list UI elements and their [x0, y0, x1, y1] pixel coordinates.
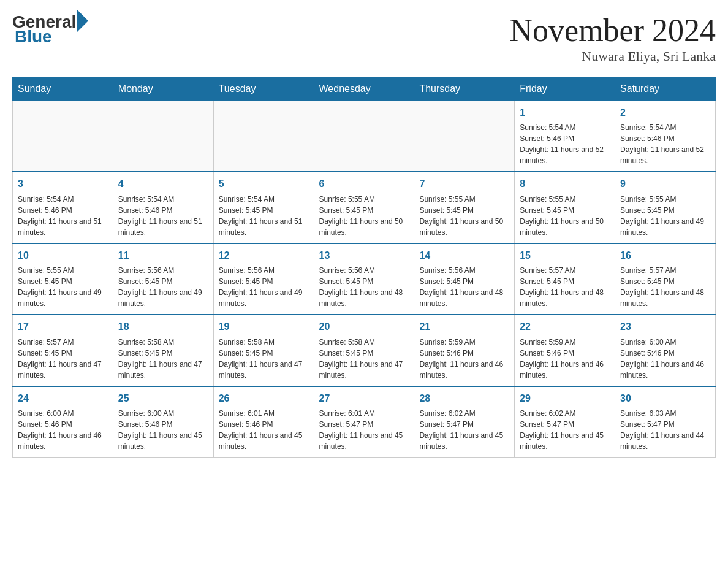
- day-info: Sunrise: 5:54 AMSunset: 5:45 PMDaylight:…: [219, 194, 309, 238]
- day-header-friday: Friday: [515, 77, 615, 101]
- calendar-cell: 13Sunrise: 5:56 AMSunset: 5:45 PMDayligh…: [314, 243, 414, 315]
- day-info: Sunrise: 5:55 AMSunset: 5:45 PMDaylight:…: [620, 194, 710, 238]
- day-info: Sunrise: 5:58 AMSunset: 5:45 PMDaylight:…: [319, 337, 409, 381]
- day-info: Sunrise: 6:02 AMSunset: 5:47 PMDaylight:…: [520, 408, 610, 452]
- day-number: 13: [319, 249, 409, 262]
- calendar-cell: [414, 101, 515, 172]
- day-number: 8: [520, 177, 610, 191]
- calendar-cell: 3Sunrise: 5:54 AMSunset: 5:46 PMDaylight…: [13, 172, 113, 243]
- day-info: Sunrise: 5:56 AMSunset: 5:45 PMDaylight:…: [419, 265, 509, 309]
- day-info: Sunrise: 6:01 AMSunset: 5:47 PMDaylight:…: [319, 408, 409, 452]
- calendar-cell: [314, 101, 414, 172]
- calendar-cell: 10Sunrise: 5:55 AMSunset: 5:45 PMDayligh…: [13, 243, 113, 315]
- day-info: Sunrise: 6:01 AMSunset: 5:46 PMDaylight:…: [219, 408, 309, 452]
- day-number: 22: [520, 320, 610, 334]
- day-info: Sunrise: 6:00 AMSunset: 5:46 PMDaylight:…: [18, 408, 108, 452]
- day-number: 5: [219, 177, 309, 191]
- day-number: 2: [620, 106, 710, 120]
- calendar-cell: 26Sunrise: 6:01 AMSunset: 5:46 PMDayligh…: [213, 386, 314, 458]
- day-info: Sunrise: 6:00 AMSunset: 5:46 PMDaylight:…: [620, 337, 710, 381]
- day-number: 23: [620, 320, 710, 334]
- day-number: 3: [18, 177, 108, 191]
- day-info: Sunrise: 5:56 AMSunset: 5:45 PMDaylight:…: [118, 265, 208, 309]
- day-number: 28: [419, 392, 509, 405]
- day-info: Sunrise: 5:55 AMSunset: 5:45 PMDaylight:…: [520, 194, 610, 238]
- day-number: 26: [219, 392, 309, 405]
- day-info: Sunrise: 5:56 AMSunset: 5:45 PMDaylight:…: [219, 265, 309, 309]
- calendar-cell: 17Sunrise: 5:57 AMSunset: 5:45 PMDayligh…: [13, 315, 113, 386]
- page-header: General Blue November 2024 Nuwara Eliya,…: [12, 12, 716, 64]
- day-header-saturday: Saturday: [615, 77, 716, 101]
- logo-arrow-icon: [77, 10, 88, 32]
- day-info: Sunrise: 5:54 AMSunset: 5:46 PMDaylight:…: [118, 194, 208, 238]
- calendar-cell: [113, 101, 213, 172]
- day-number: 1: [520, 106, 610, 120]
- calendar-cell: 14Sunrise: 5:56 AMSunset: 5:45 PMDayligh…: [414, 243, 515, 315]
- day-info: Sunrise: 5:58 AMSunset: 5:45 PMDaylight:…: [118, 337, 208, 381]
- day-info: Sunrise: 6:03 AMSunset: 5:47 PMDaylight:…: [620, 408, 710, 452]
- location-subtitle: Nuwara Eliya, Sri Lanka: [510, 48, 716, 64]
- calendar-cell: 12Sunrise: 5:56 AMSunset: 5:45 PMDayligh…: [213, 243, 314, 315]
- day-number: 30: [620, 392, 710, 405]
- calendar-week-row: 24Sunrise: 6:00 AMSunset: 5:46 PMDayligh…: [13, 386, 716, 458]
- calendar-cell: 30Sunrise: 6:03 AMSunset: 5:47 PMDayligh…: [615, 386, 716, 458]
- day-header-tuesday: Tuesday: [213, 77, 314, 101]
- day-number: 19: [219, 320, 309, 334]
- calendar-cell: 27Sunrise: 6:01 AMSunset: 5:47 PMDayligh…: [314, 386, 414, 458]
- day-info: Sunrise: 5:57 AMSunset: 5:45 PMDaylight:…: [520, 265, 610, 309]
- calendar-cell: 21Sunrise: 5:59 AMSunset: 5:46 PMDayligh…: [414, 315, 515, 386]
- calendar-cell: 7Sunrise: 5:55 AMSunset: 5:45 PMDaylight…: [414, 172, 515, 243]
- calendar-cell: 22Sunrise: 5:59 AMSunset: 5:46 PMDayligh…: [515, 315, 615, 386]
- day-info: Sunrise: 5:55 AMSunset: 5:45 PMDaylight:…: [319, 194, 409, 238]
- day-number: 25: [118, 392, 208, 405]
- logo-blue-text: Blue: [15, 27, 52, 47]
- day-number: 17: [18, 320, 108, 334]
- calendar-week-row: 10Sunrise: 5:55 AMSunset: 5:45 PMDayligh…: [13, 243, 716, 315]
- day-number: 21: [419, 320, 509, 334]
- day-number: 9: [620, 177, 710, 191]
- calendar-cell: 29Sunrise: 6:02 AMSunset: 5:47 PMDayligh…: [515, 386, 615, 458]
- day-info: Sunrise: 5:54 AMSunset: 5:46 PMDaylight:…: [620, 122, 710, 166]
- calendar-cell: 23Sunrise: 6:00 AMSunset: 5:46 PMDayligh…: [615, 315, 716, 386]
- day-number: 18: [118, 320, 208, 334]
- day-number: 16: [620, 249, 710, 262]
- calendar-cell: 5Sunrise: 5:54 AMSunset: 5:45 PMDaylight…: [213, 172, 314, 243]
- day-info: Sunrise: 6:00 AMSunset: 5:46 PMDaylight:…: [118, 408, 208, 452]
- day-info: Sunrise: 5:55 AMSunset: 5:45 PMDaylight:…: [419, 194, 509, 238]
- day-number: 20: [319, 320, 409, 334]
- day-info: Sunrise: 5:54 AMSunset: 5:46 PMDaylight:…: [18, 194, 108, 238]
- day-header-monday: Monday: [113, 77, 213, 101]
- day-number: 4: [118, 177, 208, 191]
- day-number: 10: [18, 249, 108, 262]
- day-info: Sunrise: 5:56 AMSunset: 5:45 PMDaylight:…: [319, 265, 409, 309]
- calendar-cell: 4Sunrise: 5:54 AMSunset: 5:46 PMDaylight…: [113, 172, 213, 243]
- calendar-cell: 19Sunrise: 5:58 AMSunset: 5:45 PMDayligh…: [213, 315, 314, 386]
- day-number: 24: [18, 392, 108, 405]
- calendar-cell: 18Sunrise: 5:58 AMSunset: 5:45 PMDayligh…: [113, 315, 213, 386]
- day-number: 29: [520, 392, 610, 405]
- title-section: November 2024 Nuwara Eliya, Sri Lanka: [510, 12, 716, 64]
- calendar-header-row: SundayMondayTuesdayWednesdayThursdayFrid…: [13, 77, 716, 101]
- logo: General Blue: [12, 12, 88, 47]
- calendar-cell: 9Sunrise: 5:55 AMSunset: 5:45 PMDaylight…: [615, 172, 716, 243]
- day-header-wednesday: Wednesday: [314, 77, 414, 101]
- calendar-cell: 2Sunrise: 5:54 AMSunset: 5:46 PMDaylight…: [615, 101, 716, 172]
- day-number: 27: [319, 392, 409, 405]
- calendar-cell: 1Sunrise: 5:54 AMSunset: 5:46 PMDaylight…: [515, 101, 615, 172]
- day-number: 11: [118, 249, 208, 262]
- month-year-title: November 2024: [510, 12, 716, 48]
- calendar-week-row: 17Sunrise: 5:57 AMSunset: 5:45 PMDayligh…: [13, 315, 716, 386]
- calendar-week-row: 1Sunrise: 5:54 AMSunset: 5:46 PMDaylight…: [13, 101, 716, 172]
- day-number: 6: [319, 177, 409, 191]
- day-header-thursday: Thursday: [414, 77, 515, 101]
- calendar-cell: 15Sunrise: 5:57 AMSunset: 5:45 PMDayligh…: [515, 243, 615, 315]
- day-number: 14: [419, 249, 509, 262]
- calendar-cell: 28Sunrise: 6:02 AMSunset: 5:47 PMDayligh…: [414, 386, 515, 458]
- day-number: 7: [419, 177, 509, 191]
- day-info: Sunrise: 6:02 AMSunset: 5:47 PMDaylight:…: [419, 408, 509, 452]
- day-info: Sunrise: 5:57 AMSunset: 5:45 PMDaylight:…: [620, 265, 710, 309]
- calendar-cell: 8Sunrise: 5:55 AMSunset: 5:45 PMDaylight…: [515, 172, 615, 243]
- calendar-table: SundayMondayTuesdayWednesdayThursdayFrid…: [12, 77, 716, 458]
- day-info: Sunrise: 5:57 AMSunset: 5:45 PMDaylight:…: [18, 337, 108, 381]
- calendar-cell: [13, 101, 113, 172]
